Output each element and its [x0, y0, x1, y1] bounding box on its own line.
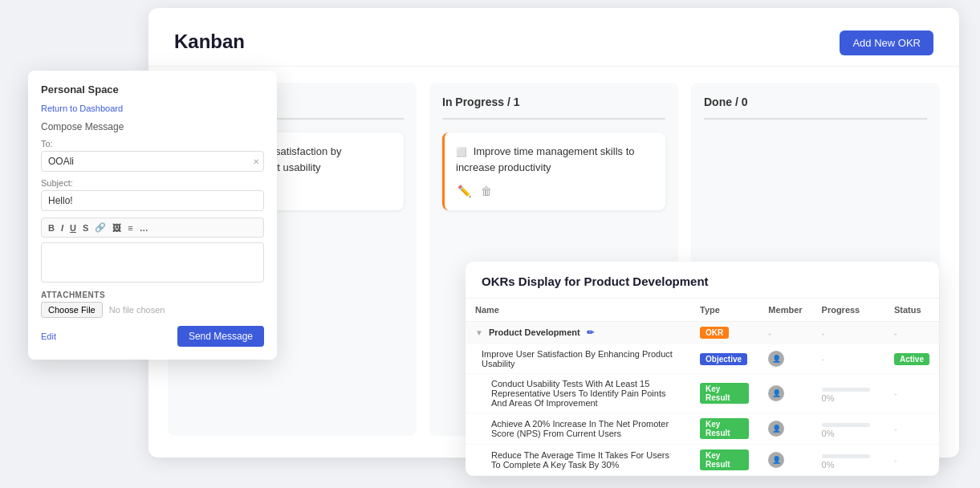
row1-member: 👤 [758, 344, 811, 374]
to-clear-button[interactable]: ✕ [253, 157, 259, 166]
edit-link[interactable]: Edit [41, 331, 56, 341]
toolbar-underline[interactable]: U [68, 222, 78, 234]
card-icon-inprogress: ⬜ [456, 147, 467, 157]
toolbar-link[interactable]: 🔗 [93, 222, 108, 234]
message-toolbar: B I U S 🔗 🖼 ≡ … [41, 218, 264, 238]
toolbar-strikethrough[interactable]: S [81, 222, 90, 234]
row2-progress: 0% [812, 374, 884, 413]
progress-bar-4 [822, 454, 870, 458]
key-result-badge-3: Key Result [700, 449, 749, 470]
member-avatar-2: 👤 [768, 385, 784, 401]
col-header-progress: Progress [812, 299, 884, 322]
progress-pct-3: 0% [822, 429, 835, 438]
kanban-title: Kanban [174, 31, 933, 53]
okr-table: Name Type Member Progress Status ▼ Produ… [466, 299, 939, 476]
row1-status: Active [884, 344, 939, 374]
row3-progress: 0% [812, 413, 884, 445]
file-input-row: Choose File No file chosen [41, 302, 264, 318]
group-status-cell: - [884, 322, 939, 344]
row4-member: 👤 [758, 445, 811, 476]
kanban-card-inprogress: ⬜ Improve time management skills to incr… [442, 132, 665, 210]
kanban-header: Kanban Add New OKR [148, 8, 959, 67]
group-row: ▼ Product Development ✏ OKR - - - [466, 322, 939, 344]
toolbar-image[interactable]: 🖼 [111, 222, 123, 234]
card-delete-button-inprogress[interactable]: 🗑 [479, 183, 494, 199]
col-header-status: Status [884, 299, 939, 322]
attachments-section: ATTACHMENTS Choose File No file chosen [41, 291, 264, 318]
no-file-text: No file chosen [109, 305, 165, 315]
row2-status: - [884, 374, 939, 413]
card-text-inprogress: ⬜ Improve time management skills to incr… [456, 144, 654, 175]
toolbar-bold[interactable]: B [47, 222, 56, 234]
attachments-label: ATTACHMENTS [41, 291, 264, 299]
group-name: Product Development [489, 327, 580, 337]
to-input-wrapper: ✕ [41, 151, 264, 172]
subject-input[interactable] [41, 190, 264, 211]
col-header-member: Member [758, 299, 811, 322]
group-member-cell: - [758, 322, 811, 344]
return-dashboard-link[interactable]: Return to Dashboard [41, 104, 264, 113]
row3-type: Key Result [690, 413, 758, 445]
progress-pct-4: 0% [822, 460, 835, 470]
group-edit-icon[interactable]: ✏ [587, 327, 594, 337]
send-message-button[interactable]: Send Message [177, 326, 264, 347]
add-okr-button[interactable]: Add New OKR [840, 31, 933, 55]
row4-progress: 0% [812, 445, 884, 476]
column-header-inprogress: In Progress / 1 [442, 96, 665, 120]
modal-title: Personal Space [41, 83, 264, 96]
row4-status: - [884, 445, 939, 476]
key-result-badge-1: Key Result [700, 383, 749, 404]
choose-file-button[interactable]: Choose File [41, 302, 103, 318]
message-textarea[interactable] [41, 242, 264, 283]
col-header-name: Name [466, 299, 690, 322]
row3-status: - [884, 413, 939, 445]
subject-label: Subject: [41, 178, 264, 188]
group-name-cell: ▼ Product Development ✏ [466, 322, 690, 344]
column-header-done: Done / 0 [704, 96, 927, 120]
row2-member: 👤 [758, 374, 811, 413]
toolbar-more[interactable]: … [138, 222, 150, 234]
expand-icon[interactable]: ▼ [475, 328, 483, 337]
okr-panel-header: OKRs Display for Product Development [466, 262, 939, 299]
progress-pct-2: 0% [822, 393, 835, 403]
okr-panel: OKRs Display for Product Development Nam… [466, 262, 939, 476]
to-field-row: To: ✕ [41, 139, 264, 172]
member-avatar-1: 👤 [768, 351, 784, 367]
row2-name: Conduct Usability Tests With At Least 15… [466, 374, 690, 413]
row1-progress: - [812, 344, 884, 374]
progress-bar-3 [822, 423, 870, 427]
to-label: To: [41, 139, 264, 148]
toolbar-list[interactable]: ≡ [126, 222, 134, 234]
table-row: Improve User Satisfaction By Enhancing P… [466, 344, 939, 374]
col-header-type: Type [690, 299, 758, 322]
okr-panel-title: OKRs Display for Product Development [482, 274, 923, 288]
toolbar-italic[interactable]: I [59, 222, 65, 234]
group-progress-cell: - [812, 322, 884, 344]
card-edit-button-inprogress[interactable]: ✏️ [456, 183, 473, 199]
active-badge: Active [894, 353, 929, 365]
row4-name: Reduce The Average Time It Takes For Use… [466, 445, 690, 476]
group-type-cell: OKR [690, 322, 758, 344]
row4-type: Key Result [690, 445, 758, 476]
row1-name: Improve User Satisfaction By Enhancing P… [466, 344, 690, 374]
subject-field-row: Subject: [41, 178, 264, 211]
progress-bar-2 [822, 388, 870, 392]
card-actions-inprogress: ✏️ 🗑 [456, 183, 654, 199]
key-result-badge-2: Key Result [700, 418, 749, 439]
to-input[interactable] [41, 151, 264, 172]
row1-type: Objective [690, 344, 758, 374]
member-avatar-3: 👤 [768, 421, 784, 437]
objective-badge: Objective [700, 353, 747, 365]
compose-label: Compose Message [41, 121, 264, 132]
row2-type: Key Result [690, 374, 758, 413]
row3-member: 👤 [758, 413, 811, 445]
okr-badge: OKR [700, 327, 729, 339]
table-row: Conduct Usability Tests With At Least 15… [466, 374, 939, 413]
row3-name: Achieve A 20% Increase In The Net Promot… [466, 413, 690, 445]
table-row: Achieve A 20% Increase In The Net Promot… [466, 413, 939, 445]
modal-footer: Edit Send Message [41, 326, 264, 347]
personal-space-modal: Personal Space Return to Dashboard Compo… [28, 71, 277, 360]
table-row: Reduce The Average Time It Takes For Use… [466, 445, 939, 476]
member-avatar-4: 👤 [768, 452, 784, 468]
